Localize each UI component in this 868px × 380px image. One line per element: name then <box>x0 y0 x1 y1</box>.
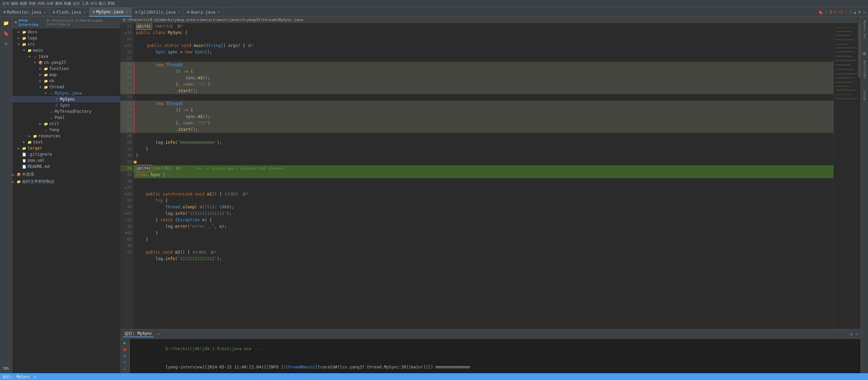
app-menu-item[interactable]: 帮助 <box>107 1 115 6</box>
error-icon: ⚑ 10 <box>834 10 843 14</box>
app-menu-item[interactable]: 构建 <box>64 1 71 6</box>
tab-close-icon[interactable]: ✕ <box>218 10 220 14</box>
sidebar-item-pomxml[interactable]: 📋 pom.xml <box>12 157 120 163</box>
code-text <box>137 101 156 107</box>
rerun-icon[interactable]: ↻ <box>122 353 128 358</box>
stop-icon[interactable]: ■ <box>122 347 128 352</box>
app-menu-item[interactable]: VCS <box>90 1 97 6</box>
line-num: 32 <box>120 152 134 159</box>
code-line-17 <box>134 55 833 62</box>
line-num: ▼ 37 <box>120 185 134 191</box>
code-line-19: () -> { <box>134 68 833 75</box>
line-num: 35 <box>120 172 134 178</box>
tab-cglibutils[interactable]: CglibUtils.java ✕ <box>132 7 184 17</box>
vtab-jastab[interactable]: jastab <box>862 88 867 103</box>
sidebar-item-function[interactable]: ▶ 📁 function <box>12 66 120 72</box>
app-menu-item[interactable]: 运行 <box>73 1 80 6</box>
tab-query[interactable]: Query.java ✕ <box>184 7 224 17</box>
nav-down-icon[interactable]: ▼ <box>858 10 861 15</box>
code-text <box>136 197 156 204</box>
type: Thread <box>165 204 180 210</box>
editor-area: D:\Projects\0-GitWorks\yang-interview\sr… <box>120 17 861 373</box>
tab-mysync[interactable]: MySync.java ✕ <box>89 7 132 17</box>
sidebar-item-gitignore[interactable]: 📄 .gitignore <box>12 151 120 157</box>
close-icon[interactable]: ✕ <box>863 10 865 15</box>
code-text: } <box>136 230 158 236</box>
app-menu-item[interactable]: 编辑 <box>11 1 18 6</box>
sidebar-item-target[interactable]: ▶ 📁 target <box>12 145 120 151</box>
sidebar-item-scratch[interactable]: ▶ 📁 临时文件和控制台 <box>12 178 120 185</box>
tab-close-icon[interactable]: ✕ <box>178 10 180 14</box>
code-hint: 新* <box>248 42 254 49</box>
run-tab-close[interactable]: ✕ <box>158 332 160 336</box>
scroll-up-icon[interactable]: ↑ <box>122 360 128 365</box>
sidebar-item-logs[interactable]: ▶ 📁 logs <box>12 35 120 41</box>
app-menu-item[interactable]: 工具 <box>82 1 89 6</box>
app-menu-item[interactable]: 文件 <box>2 1 10 6</box>
tms-icon[interactable]: TMS <box>1 364 11 373</box>
close-run-icon[interactable]: ✕ <box>855 332 858 336</box>
settings-icon[interactable]: ⚙ <box>850 332 853 336</box>
sidebar-item-test[interactable]: ▶ 📁 test <box>12 139 120 145</box>
tab-close-icon[interactable]: ✕ <box>126 10 128 14</box>
app-menu-item[interactable]: 代码 <box>37 1 45 6</box>
line-number-text: 17 <box>127 55 132 62</box>
sidebar-item-sync-class[interactable]: C Sync <box>12 102 120 108</box>
tab-close-icon[interactable]: ✕ <box>44 10 46 14</box>
vtab-myants[interactable]: Myants Set <box>862 18 867 41</box>
annotation-slf4j-34: @Slf4j <box>136 165 152 172</box>
arrow-icon: ▶ <box>18 30 22 34</box>
package-icon: 📦 <box>38 60 43 65</box>
app-menu-item[interactable]: 分析 <box>46 1 54 6</box>
sidebar-item-map[interactable]: ▶ 📁 map <box>12 72 120 78</box>
arrow-icon: ▼ <box>34 61 38 64</box>
string: "22222222222222" <box>178 256 217 262</box>
sidebar-item-resources[interactable]: ▶ 📁 resources <box>12 133 120 139</box>
sidebar-item-cnyang37[interactable]: ▼ 📦 cn.yang37 <box>12 59 120 66</box>
tab-close-icon[interactable]: ✕ <box>84 10 86 14</box>
line-num: 30 <box>120 139 134 146</box>
sidebar-item-docs[interactable]: ▶ 📁 docs <box>12 29 120 35</box>
app-menu-item[interactable]: 窗口 <box>99 1 106 6</box>
status-close-icon[interactable]: ✕ <box>34 375 36 379</box>
sidebar-item-main[interactable]: ▼ 📁 main <box>12 47 120 53</box>
app-menu-item[interactable]: 视图 <box>20 1 27 6</box>
sidebar-item-nk[interactable]: ▶ 📁 nk <box>12 78 120 84</box>
sidebar-item-mysync-class[interactable]: C MySync <box>12 96 120 102</box>
tab-mymonitor[interactable]: MyMonitor.java ✕ <box>0 7 50 17</box>
code-content[interactable]: @Slf4j 140个方法 新* public class MySync { p… <box>134 23 833 329</box>
nav-up-icon[interactable]: ▲ <box>854 10 856 15</box>
sidebar-item-yang[interactable]: ☕ Yang <box>12 127 120 133</box>
code-text: () -> { <box>137 107 193 114</box>
vtab-restful[interactable]: RestfulAPI <box>862 58 867 81</box>
sidebar-item-java[interactable]: ▼ ☕ java <box>12 53 120 59</box>
sidebar-item-external[interactable]: ▶ 📦 外部库 <box>12 171 120 178</box>
app-menu-item[interactable]: 重构 <box>55 1 63 6</box>
structure-icon[interactable]: ⚙ <box>1 39 11 48</box>
sidebar-item-pool[interactable]: ☕ Pool <box>12 115 120 121</box>
project-header[interactable]: ▼ yang-interview D:\Projects\0-GitWorks\… <box>12 17 120 28</box>
run-command-line: D:\Toolkit\jdk\jdk-1.8\bin\java.exe ... <box>131 340 859 358</box>
run-icon[interactable]: ▶ <box>122 340 128 345</box>
sidebar-item-src[interactable]: ▼ 📁 src <box>12 41 120 47</box>
scroll-down-icon[interactable]: ↓ <box>122 366 128 371</box>
sidebar-item-mysync-file[interactable]: ▼ ☕ MySync.java <box>12 90 120 96</box>
sidebar-item-util[interactable]: ▶ 📁 util <box>12 121 120 127</box>
line-number-text: 21 <box>127 81 132 88</box>
vtab-forest[interactable]: 森林 <box>861 48 868 52</box>
project-icon[interactable]: 📁 <box>1 18 11 28</box>
sidebar-item-readme[interactable]: 📄 README.md <box>12 163 120 170</box>
keyword: void <box>195 191 207 197</box>
folder-icon: 📁 <box>43 66 48 71</box>
app-menu-item[interactable]: 导航 <box>29 1 36 6</box>
sidebar-item-thread[interactable]: ▼ 📁 thread <box>12 84 120 90</box>
run-tab-label[interactable]: 运行: MySync <box>123 331 154 337</box>
tab-flash[interactable]: Flash.java ✕ <box>50 7 89 17</box>
bookmark-icon[interactable]: 🔖 <box>818 10 823 15</box>
sidebar-item-mythreadfactory[interactable]: ☕ MyThreadFactory <box>12 108 120 115</box>
line-num: 33 <box>120 159 134 165</box>
code-text: () { <box>180 249 190 256</box>
line-num: 28 <box>120 126 134 133</box>
bookmarks-icon[interactable]: 🔖 <box>1 29 11 38</box>
line-num: 40 <box>120 204 134 210</box>
